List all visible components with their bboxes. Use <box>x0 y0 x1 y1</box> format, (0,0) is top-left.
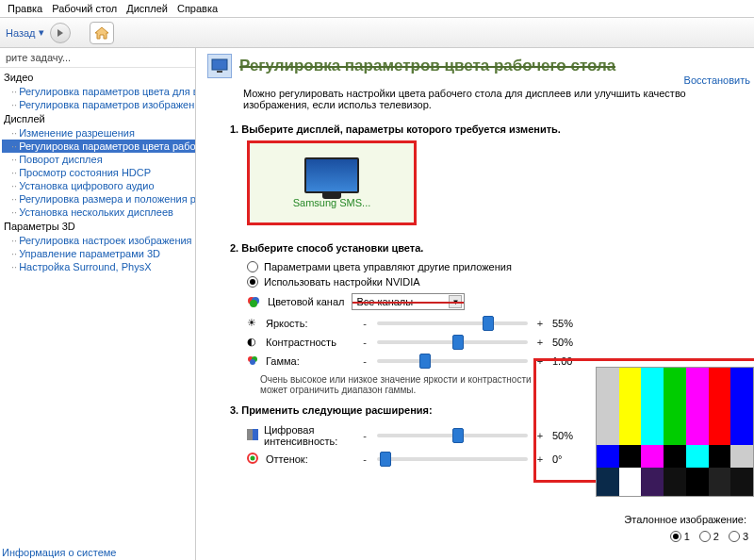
radio-icon <box>247 276 258 288</box>
svg-point-11 <box>251 456 255 461</box>
radio-icon <box>247 261 258 272</box>
channel-label: Цветовой канал <box>268 296 344 307</box>
plus-icon: + <box>535 318 545 329</box>
link-video-color[interactable]: Регулировка параметров цвета для вид <box>2 85 195 98</box>
restore-link[interactable]: Восстановить <box>684 74 750 86</box>
page-icon <box>207 54 232 78</box>
system-info-link[interactable]: Информация о системе <box>2 547 116 558</box>
link-multi-display[interactable]: Установка нескольких дисплеев <box>2 206 195 219</box>
page-description: Можно регулировать настройки цвета рабоч… <box>204 82 754 120</box>
link-resolution[interactable]: Изменение разрешения <box>2 126 195 140</box>
link-surround[interactable]: Настройка Surround, PhysX <box>2 260 195 273</box>
intensity-icon <box>247 429 258 442</box>
hue-slider[interactable] <box>377 457 528 461</box>
svg-rect-9 <box>253 429 258 440</box>
home-icon <box>94 26 109 40</box>
hue-label: Оттенок: <box>266 453 308 465</box>
minus-icon: - <box>360 337 369 348</box>
section-1-title: 1. Выберите дисплей, параметры которого … <box>204 120 754 140</box>
link-desktop-color[interactable]: Регулировка параметров цвета рабочег <box>2 140 195 153</box>
link-hdcp[interactable]: Просмотр состояния HDCP <box>2 166 195 179</box>
hue-icon <box>247 453 260 466</box>
monitor-icon <box>304 157 359 193</box>
monitor-color-icon <box>211 58 228 74</box>
ref-option-2[interactable]: 2 <box>699 531 719 542</box>
color-channel-icon <box>247 295 260 308</box>
cat-3d: Параметры 3D <box>2 219 195 234</box>
minus-icon: - <box>360 355 369 367</box>
menu-desktop[interactable]: Рабочий стол <box>52 3 117 14</box>
nav-tree: Зидео Регулировка параметров цвета для в… <box>0 68 195 279</box>
brightness-icon: ☀ <box>247 317 260 330</box>
page-title: Регулировка параметров цвета рабочего ст… <box>239 57 615 75</box>
radio-icon <box>729 531 740 542</box>
reference-image <box>596 367 754 497</box>
contrast-row: ◐Контрастность - + 50% <box>204 333 754 352</box>
reference-image-selector: 1 2 3 <box>670 531 748 542</box>
gamma-slider[interactable] <box>377 359 528 363</box>
brightness-slider[interactable] <box>377 321 528 325</box>
radio-icon <box>699 531 711 542</box>
gamma-note: Очень высокое или низкое значение яркост… <box>204 371 543 401</box>
digital-intensity-slider[interactable] <box>377 434 528 437</box>
svg-rect-1 <box>217 71 222 73</box>
contrast-icon: ◐ <box>247 336 260 349</box>
radio-other-apps[interactable]: Параметрами цвета управляют другие прило… <box>204 259 754 274</box>
brightness-value: 55% <box>552 318 584 329</box>
link-size-pos[interactable]: Регулировка размера и положения рабо <box>2 192 195 206</box>
cat-display: Дисплей <box>2 111 195 126</box>
section-2-title: 2. Выберите способ установки цвета. <box>204 225 754 259</box>
task-header: рите задачу... <box>0 48 195 68</box>
svg-point-7 <box>250 359 255 365</box>
contrast-slider[interactable] <box>377 340 528 344</box>
menu-help[interactable]: Справка <box>177 3 218 14</box>
link-3d-image[interactable]: Регулировка настроек изображения с пр <box>2 234 195 247</box>
contrast-value: 50% <box>552 337 584 348</box>
reference-image-label: Эталонное изображение: <box>624 514 746 525</box>
menu-edit[interactable]: Правка <box>8 3 42 14</box>
brightness-row: ☀Яркость: - + 55% <box>204 314 754 333</box>
plus-icon: + <box>535 337 545 348</box>
menu-display[interactable]: Дисплей <box>126 3 168 14</box>
display-selector[interactable]: Samsung SMS... <box>247 140 417 225</box>
radio-icon <box>670 531 681 542</box>
ref-option-1[interactable]: 1 <box>670 531 690 542</box>
home-button[interactable] <box>90 22 114 44</box>
link-rotate[interactable]: Поворот дисплея <box>2 153 195 166</box>
brightness-label: Яркость: <box>266 318 307 329</box>
ref-option-3[interactable]: 3 <box>729 531 748 542</box>
svg-point-4 <box>250 300 257 307</box>
radio-nvidia-label: Использовать настройки NVIDIA <box>264 276 420 288</box>
minus-icon: - <box>360 453 369 465</box>
sidebar: рите задачу... Зидео Регулировка парамет… <box>0 48 196 560</box>
menubar: Правка Рабочий стол Дисплей Справка <box>0 0 754 18</box>
radio-other-apps-label: Параметрами цвета управляют другие прило… <box>264 261 512 272</box>
contrast-label: Контрастность <box>266 337 336 348</box>
radio-nvidia[interactable]: Использовать настройки NVIDIA <box>204 274 754 289</box>
gamma-icon <box>247 354 260 368</box>
arrow-right-icon <box>56 28 65 38</box>
toolbar: Назад ▾ <box>0 18 754 48</box>
gamma-label: Гамма: <box>266 355 300 367</box>
channel-dropdown[interactable]: Все каналы ▼ <box>352 293 465 310</box>
minus-icon: - <box>360 430 369 441</box>
dropdown-arrow-icon: ▾ <box>39 26 44 39</box>
cat-video: Зидео <box>2 70 195 85</box>
back-button[interactable]: Назад ▾ <box>6 26 44 39</box>
minus-icon: - <box>360 318 369 329</box>
content-pane: Регулировка параметров цвета рабочего ст… <box>196 48 754 560</box>
forward-button[interactable] <box>50 23 71 43</box>
link-video-image[interactable]: Регулировка параметров изображения д <box>2 98 195 111</box>
link-3d-manage[interactable]: Управление параметрами 3D <box>2 247 195 260</box>
link-audio[interactable]: Установка цифрового аудио <box>2 179 195 192</box>
svg-rect-0 <box>212 59 227 70</box>
digital-intensity-label: Цифровая интенсивность: <box>264 424 352 447</box>
